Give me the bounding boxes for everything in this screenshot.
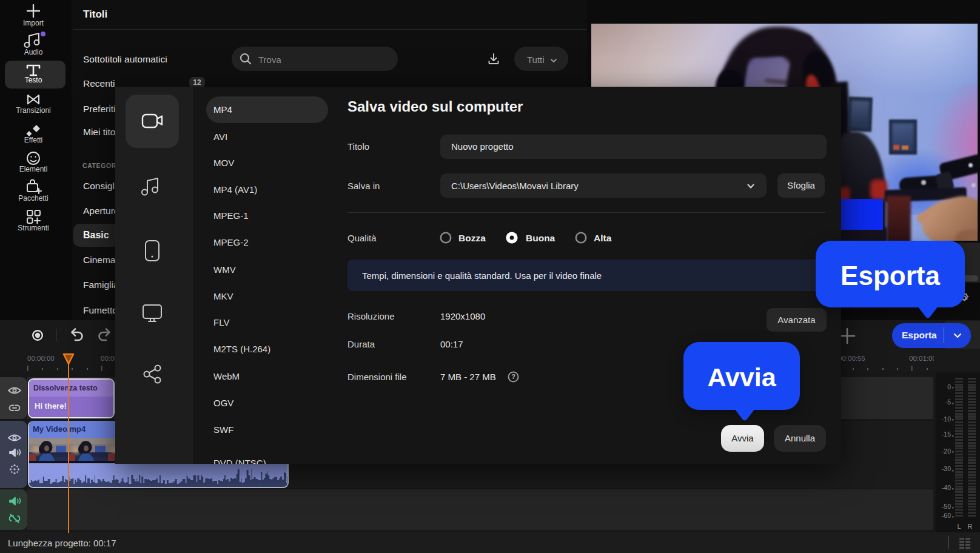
- svg-text:?: ?: [511, 373, 515, 380]
